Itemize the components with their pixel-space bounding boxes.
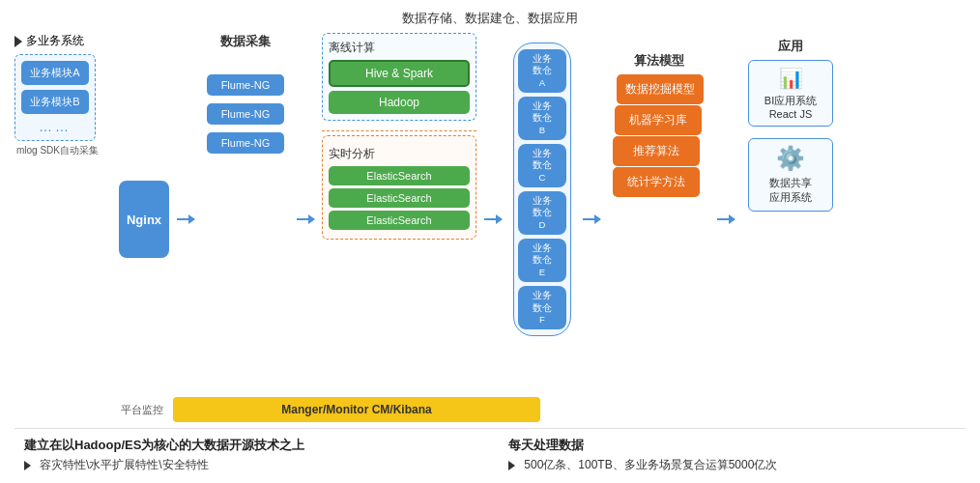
- compute-separator: [322, 130, 476, 131]
- bottom-right-sub-text: 500亿条、100TB、多业务场景复合运算5000亿次: [524, 457, 777, 473]
- module-dots: ……: [21, 119, 89, 134]
- bottom-left: 建立在以Hadoop/ES为核心的大数据开源技术之上 容灾特性\水平扩展特性\安…: [24, 437, 490, 473]
- algo-card-4: 统计学方法: [613, 167, 700, 197]
- arrow-h-3: [484, 218, 502, 220]
- es-2: ElasticSearch: [329, 188, 470, 208]
- arrow-4: [583, 218, 600, 220]
- flume-1: Flume-NG: [207, 74, 284, 96]
- business-title: 多业务系统: [14, 33, 84, 49]
- warehouse-a: 业务 数仓 A: [518, 49, 566, 93]
- app-bottom-text: 数据共享 应用系统: [757, 176, 824, 205]
- sdk-label: mlog SDK自动采集: [16, 144, 99, 157]
- monitor-bar: Manger/Monitor CM/Kibana: [173, 397, 540, 422]
- top-label: 数据存储、数据建仓、数据应用: [14, 10, 966, 27]
- section-compute: 离线计算 Hive & Spark Hadoop 实时分析 ElasticSea…: [322, 33, 476, 240]
- bar-chart-icon: 📊: [757, 67, 824, 90]
- module-b: 业务模块B: [21, 90, 89, 114]
- app-top-line2: React JS: [757, 108, 824, 120]
- app-title: 应用: [778, 38, 803, 55]
- section-warehouse: 业务 数仓 A 业务 数仓 B 业务 数仓 C 业务 数仓 D 业务 数仓 E …: [509, 43, 575, 336]
- realtime-label: 实时分析: [329, 146, 470, 162]
- algo-card-3: 推荐算法: [613, 136, 700, 166]
- business-title-text: 多业务系统: [26, 33, 84, 49]
- arrow-icon: [14, 36, 22, 47]
- app-box-top: 📊 BI应用系统 React JS: [748, 60, 833, 127]
- algo-stack: 数据挖掘模型 机器学习库 推荐算法 统计学方法: [613, 74, 705, 200]
- section-algo: 算法模型 数据挖掘模型 机器学习库 推荐算法 统计学方法: [608, 52, 709, 200]
- bottom-left-title: 建立在以Hadoop/ES为核心的大数据开源技术之上: [24, 437, 490, 454]
- algo-card-1: 数据挖掘模型: [617, 74, 704, 104]
- arrow-h-5: [717, 218, 735, 220]
- algo-title: 算法模型: [634, 52, 684, 70]
- warehouse-b: 业务 数仓 B: [518, 97, 566, 140]
- arrow-2: [297, 218, 314, 220]
- bottom-arrow-icon: [24, 461, 31, 470]
- app-box-bottom: ⚙️ 数据共享 应用系统: [748, 138, 833, 212]
- arrow-h-4: [583, 218, 600, 220]
- realtime-box: 实时分析 ElasticSearch ElasticSearch Elastic…: [322, 135, 476, 240]
- app-top-line1: BI应用系统: [757, 94, 824, 108]
- es-1: ElasticSearch: [329, 166, 470, 185]
- section-collect: 数据采集 Flume-NG Flume-NG Flume-NG: [202, 33, 289, 154]
- warehouse-e: 业务 数仓 E: [518, 239, 566, 282]
- offline-box: 离线计算 Hive & Spark Hadoop: [322, 33, 476, 121]
- arrow-h-1: [177, 218, 194, 220]
- arrow-1: [177, 218, 194, 220]
- flume-2: Flume-NG: [207, 103, 284, 125]
- monitor-row: 平台监控 Manger/Monitor CM/Kibana: [14, 397, 966, 422]
- business-modules-box: 业务模块A 业务模块B ……: [14, 54, 96, 141]
- bottom-left-sub: 容灾特性\水平扩展特性\安全特性: [24, 457, 490, 473]
- bottom-right-title: 每天处理数据: [508, 437, 956, 454]
- algo-card-2: 机器学习库: [615, 105, 702, 135]
- arrow-h-2: [297, 218, 314, 220]
- monitor-label: 平台监控: [121, 403, 163, 417]
- share-icon: ⚙️: [757, 145, 824, 172]
- offline-label: 离线计算: [329, 40, 470, 56]
- es-3: ElasticSearch: [329, 211, 470, 230]
- arrow-3: [484, 218, 502, 220]
- warehouse-c: 业务 数仓 C: [518, 144, 566, 187]
- flume-group: Flume-NG Flume-NG Flume-NG: [207, 74, 284, 154]
- warehouse-f: 业务 数仓 F: [518, 286, 566, 329]
- warehouse-d: 业务 数仓 D: [518, 191, 566, 235]
- hadoop-box: Hadoop: [329, 91, 470, 114]
- hive-spark-box: Hive & Spark: [329, 60, 470, 87]
- arrow-5: [717, 218, 735, 220]
- flume-3: Flume-NG: [207, 132, 284, 154]
- module-a: 业务模块A: [21, 61, 89, 85]
- bottom-right: 每天处理数据 500亿条、100TB、多业务场景复合运算5000亿次: [508, 437, 956, 473]
- bottom-right-sub: 500亿条、100TB、多业务场景复合运算5000亿次: [508, 457, 956, 473]
- nginx-box: Nginx: [119, 181, 169, 258]
- bottom-right-arrow-icon: [508, 461, 515, 470]
- bottom-left-sub-text: 容灾特性\水平扩展特性\安全特性: [40, 457, 209, 473]
- warehouse-group: 业务 数仓 A 业务 数仓 B 业务 数仓 C 业务 数仓 D 业务 数仓 E …: [513, 43, 571, 336]
- section-business: 多业务系统 业务模块A 业务模块B …… mlog SDK自动采集: [14, 33, 111, 157]
- collect-title: 数据采集: [220, 33, 271, 50]
- section-app: 应用 📊 BI应用系统 React JS ⚙️ 数据共享 应用系统: [742, 38, 839, 212]
- main-container: 数据存储、数据建仓、数据应用 多业务系统 业务模块A 业务模块B …… mlog…: [0, 0, 980, 483]
- diagram-area: 多业务系统 业务模块A 业务模块B …… mlog SDK自动采集 Nginx …: [14, 33, 966, 391]
- bottom-section: 建立在以Hadoop/ES为核心的大数据开源技术之上 容灾特性\水平扩展特性\安…: [14, 428, 966, 473]
